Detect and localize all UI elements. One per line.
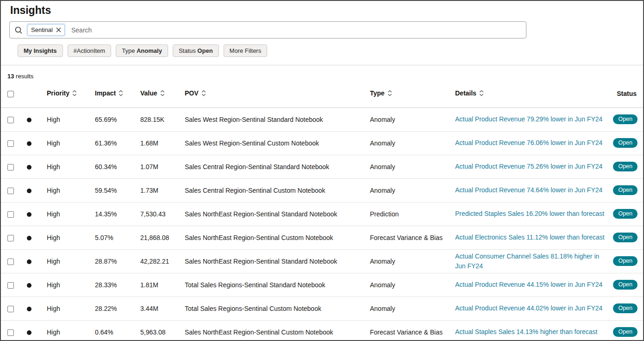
pov-cell: Sales Central Region-Sentinal Custom Not… <box>178 178 363 202</box>
type-cell: Anomaly <box>363 273 449 297</box>
row-select-cell <box>1 178 19 202</box>
search-filter-chip[interactable]: Sentinal <box>27 24 65 36</box>
details-cell: Actual Product Revenue 44.15% lower in J… <box>449 273 611 297</box>
row-checkbox[interactable] <box>7 140 14 147</box>
status-badge[interactable]: Open <box>613 185 638 196</box>
table-row: High 61.36% 1.68M Sales West Region-Sent… <box>1 131 643 155</box>
priority-dot-icon <box>27 118 31 122</box>
status-cell: Open <box>611 107 643 131</box>
status-badge[interactable]: Open <box>613 327 638 337</box>
pov-cell: Total Sales Regions-Sentinal Custom Note… <box>178 297 363 320</box>
status-badge[interactable]: Open <box>613 138 638 148</box>
type-cell: Forecast Variance & Bias <box>363 320 449 341</box>
row-indicator-cell <box>19 202 40 226</box>
row-indicator-cell <box>19 107 40 131</box>
row-checkbox[interactable] <box>7 306 14 312</box>
type-cell: Prediction <box>363 202 449 226</box>
value-cell: 5,963.08 <box>134 320 178 341</box>
row-select-cell <box>1 297 19 320</box>
filter-my-insights[interactable]: My Insights <box>18 44 63 57</box>
details-link[interactable]: Actual Product Revenue 79.29% lower in J… <box>455 114 602 124</box>
select-all-cell <box>1 80 19 107</box>
filter-type-anomaly[interactable]: Type Anomaly <box>116 44 168 57</box>
filter-status-open[interactable]: Status Open <box>173 44 219 57</box>
select-all-checkbox[interactable] <box>7 91 14 97</box>
status-cell: Open <box>611 202 643 226</box>
filter-action-item[interactable]: #ActionItem <box>68 44 112 57</box>
status-badge[interactable]: Open <box>613 280 638 290</box>
status-badge[interactable]: Open <box>613 303 638 314</box>
details-cell: Actual Product Revenue 44.02% lower in J… <box>449 297 611 320</box>
column-header-pov[interactable]: POV <box>178 80 363 107</box>
status-cell: Open <box>611 131 643 155</box>
row-select-cell <box>1 320 19 341</box>
row-select-cell <box>1 155 19 178</box>
filter-bar: My Insights #ActionItem Type Anomaly Sta… <box>9 38 643 57</box>
table-row: High 60.34% 1.07M Sales Central Region-S… <box>1 155 643 178</box>
pov-cell: Total Sales Regions-Sentinal Standard No… <box>178 273 363 297</box>
row-checkbox[interactable] <box>7 259 14 265</box>
filter-more-filters[interactable]: More Filters <box>224 44 268 57</box>
impact-cell: 28.33% <box>88 273 134 297</box>
table-row: High 14.35% 7,530.43 Sales NorthEast Reg… <box>1 202 643 226</box>
details-cell: Actual Staples Sales 14.13% higher than … <box>449 320 611 341</box>
details-link[interactable]: Actual Electronics Sales 11.12% lower th… <box>455 233 605 242</box>
details-cell: Actual Product Revenue 76.06% lower in J… <box>449 131 611 155</box>
row-select-cell <box>1 107 19 131</box>
details-cell: Actual Product Revenue 79.29% lower in J… <box>449 107 611 131</box>
row-indicator-cell <box>19 226 40 249</box>
column-header-impact[interactable]: Impact <box>88 80 134 107</box>
priority-cell: High <box>40 155 88 178</box>
details-link[interactable]: Actual Consumer Channel Sales 81.18% hig… <box>455 252 606 271</box>
impact-cell: 5.07% <box>88 226 134 249</box>
row-select-cell <box>1 249 19 273</box>
column-header-type[interactable]: Type <box>363 80 449 107</box>
impact-cell: 28.87% <box>88 249 134 273</box>
row-indicator-cell <box>19 249 40 273</box>
row-checkbox[interactable] <box>7 329 14 336</box>
row-select-cell <box>1 202 19 226</box>
pov-cell: Sales NorthEast Region-Sentinal Custom N… <box>178 226 363 249</box>
page-title: Insights <box>10 4 634 17</box>
pov-cell: Sales NorthEast Region-Sentinal Standard… <box>178 249 363 273</box>
impact-cell: 14.35% <box>88 202 134 226</box>
sort-icon <box>160 90 165 98</box>
status-badge[interactable]: Open <box>613 114 638 125</box>
row-checkbox[interactable] <box>7 235 14 241</box>
details-link[interactable]: Actual Product Revenue 76.06% lower in J… <box>455 138 602 147</box>
row-checkbox[interactable] <box>7 282 14 289</box>
details-link[interactable]: Actual Product Revenue 44.02% lower in J… <box>455 303 602 313</box>
details-link[interactable]: Actual Product Revenue 74.64% lower in J… <box>455 185 602 195</box>
row-checkbox[interactable] <box>7 211 14 218</box>
type-cell: Anomaly <box>363 107 449 131</box>
details-link[interactable]: Actual Product Revenue 75.26% lower in J… <box>455 162 602 171</box>
status-badge[interactable]: Open <box>613 256 638 266</box>
details-link[interactable]: Actual Product Revenue 44.15% lower in J… <box>455 280 602 289</box>
row-checkbox[interactable] <box>7 117 14 123</box>
priority-dot-icon <box>27 212 31 217</box>
status-badge[interactable]: Open <box>613 162 638 172</box>
column-header-details[interactable]: Details <box>449 80 611 107</box>
row-indicator-cell <box>19 273 40 297</box>
table-row: High 0.64% 5,963.08 Sales NorthEast Regi… <box>1 320 643 341</box>
table-row: High 28.87% 42,282.21 Sales NorthEast Re… <box>1 249 643 273</box>
row-checkbox[interactable] <box>7 188 14 194</box>
value-cell: 1.81M <box>134 273 178 297</box>
status-cell: Open <box>611 226 643 249</box>
details-link[interactable]: Predicted Staples Sales 16.20% lower tha… <box>455 209 604 218</box>
row-checkbox[interactable] <box>7 164 14 170</box>
search-input[interactable] <box>71 26 522 34</box>
table-row: High 5.07% 21,868.08 Sales NorthEast Reg… <box>1 226 643 249</box>
details-link[interactable]: Actual Staples Sales 14.13% higher than … <box>455 327 597 336</box>
value-cell: 3.44M <box>134 297 178 320</box>
results-label: results <box>14 73 33 80</box>
sort-icon <box>72 90 77 98</box>
type-cell: Anomaly <box>363 131 449 155</box>
chip-close-icon[interactable] <box>56 27 61 32</box>
status-badge[interactable]: Open <box>613 233 638 243</box>
type-cell: Anomaly <box>363 297 449 320</box>
column-header-value[interactable]: Value <box>134 80 178 107</box>
indicator-column-header <box>19 80 40 107</box>
column-header-priority[interactable]: Priority <box>40 80 88 107</box>
status-badge[interactable]: Open <box>613 209 638 219</box>
